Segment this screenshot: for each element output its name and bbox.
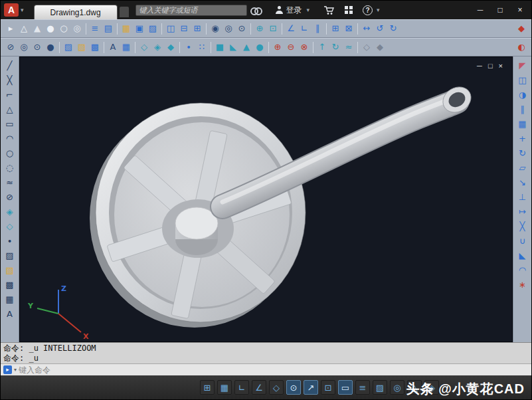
distance-icon[interactable]: ↔: [360, 22, 373, 35]
break-icon[interactable]: ╳: [516, 219, 529, 234]
ellipse-icon[interactable]: ⊘: [4, 41, 17, 54]
grip-empty-icon[interactable]: ◇: [360, 41, 373, 54]
parallel-icon[interactable]: ∥: [311, 22, 324, 35]
dynamic-input-icon[interactable]: ▭: [338, 380, 353, 395]
extend-icon[interactable]: ↦: [516, 205, 529, 219]
viewport-close-button[interactable]: ×: [499, 62, 503, 70]
array-icon[interactable]: ▦: [516, 117, 529, 132]
scale-icon[interactable]: ▱: [516, 161, 529, 175]
select-icon[interactable]: ▸: [4, 22, 17, 35]
search-input[interactable]: [135, 5, 247, 16]
gradient-icon[interactable]: ▧: [3, 263, 17, 278]
angle-icon[interactable]: ∠: [284, 22, 298, 35]
subtract-icon[interactable]: ⊖: [284, 41, 298, 54]
ucs-face-icon[interactable]: ⊡: [266, 22, 280, 35]
isometric-drafting-icon[interactable]: ◇: [269, 380, 284, 395]
construction-line-icon[interactable]: ╳: [3, 73, 17, 88]
object-snap-icon[interactable]: ⊙: [286, 380, 301, 395]
command-input[interactable]: [19, 365, 529, 375]
stretch-icon[interactable]: ↘: [516, 175, 529, 190]
insert-block-icon[interactable]: ◈: [151, 41, 164, 54]
solid-cone-icon[interactable]: ▲: [240, 41, 253, 54]
circle-icon[interactable]: ○: [57, 22, 70, 35]
chevron-down-icon[interactable]: ▾: [14, 367, 17, 373]
view-manager-icon[interactable]: ▤: [102, 22, 115, 35]
minimize-button[interactable]: ─: [470, 2, 490, 18]
snap-mode-icon[interactable]: ⊞: [200, 380, 215, 395]
hatch-icon[interactable]: ▨: [3, 249, 17, 263]
spline-icon[interactable]: ≈: [3, 175, 17, 190]
move-icon[interactable]: +: [516, 132, 529, 146]
layer-properties-icon[interactable]: ▣: [133, 22, 146, 35]
extrude-icon[interactable]: ↑: [315, 41, 329, 54]
join-icon[interactable]: ∪: [516, 234, 529, 249]
circle-2p-icon[interactable]: ◎: [17, 41, 31, 54]
command-history[interactable]: 命令: _u INTELLIZOOM 命令: _u: [1, 342, 531, 363]
zoom-window-icon[interactable]: ⊞: [329, 22, 342, 35]
measure-icon[interactable]: ∷: [195, 41, 209, 54]
selection-cycling-icon[interactable]: ◎: [390, 380, 404, 395]
object-snap-tracking-icon[interactable]: ↗: [304, 380, 318, 395]
named-views-icon[interactable]: ≡: [88, 22, 102, 35]
torus-icon[interactable]: ◎: [70, 22, 84, 35]
circle-icon[interactable]: ○: [3, 146, 17, 161]
region-icon[interactable]: ▩: [3, 278, 17, 292]
close-button[interactable]: ×: [510, 2, 530, 18]
union-icon[interactable]: ⊕: [271, 41, 284, 54]
make-block-icon[interactable]: ◇: [3, 219, 17, 234]
donut-icon[interactable]: ◉: [209, 22, 222, 35]
revision-cloud-icon[interactable]: ◌: [3, 161, 17, 175]
polygon-icon[interactable]: △: [17, 22, 31, 35]
sweep-icon[interactable]: ≈: [342, 41, 355, 54]
donut-solid-icon[interactable]: ●: [44, 41, 57, 54]
pyramid-icon[interactable]: ▲: [31, 22, 44, 35]
fillet-icon[interactable]: ◠: [516, 263, 529, 278]
intersect-icon[interactable]: ⊗: [298, 41, 311, 54]
table-icon[interactable]: ▦: [120, 41, 133, 54]
mirror-icon[interactable]: ◑: [516, 88, 529, 102]
boundary-icon[interactable]: ▩: [88, 41, 102, 54]
center-circle-icon[interactable]: ⊙: [235, 22, 248, 35]
polyline-icon[interactable]: ⌐: [3, 88, 17, 102]
autocad-logo-icon[interactable]: A: [4, 3, 19, 17]
maximize-button[interactable]: □: [490, 2, 510, 18]
explode-icon[interactable]: ∗: [516, 278, 529, 292]
window-tile-icon[interactable]: ⊟: [177, 22, 191, 35]
sphere-icon[interactable]: ●: [44, 22, 57, 35]
text-icon[interactable]: A: [106, 41, 120, 54]
lineweight-icon[interactable]: ≡: [355, 380, 370, 395]
line-icon[interactable]: ╱: [3, 58, 17, 73]
ucs-world-icon[interactable]: ⊕: [253, 22, 266, 35]
visual-styles-icon[interactable]: ◐: [515, 41, 528, 54]
search-icon[interactable]: [250, 5, 262, 15]
apps-icon[interactable]: [344, 5, 353, 15]
sign-in-button[interactable]: 登录 ▾: [276, 5, 312, 16]
solid-box-icon[interactable]: ■: [213, 41, 226, 54]
chevron-down-icon[interactable]: ▾: [21, 7, 24, 13]
circle-ttr-icon[interactable]: ⊙: [31, 41, 44, 54]
viewport-minimize-button[interactable]: ─: [477, 62, 482, 70]
window-new-icon[interactable]: ⊞: [191, 22, 204, 35]
drawing-viewport[interactable]: ─ □ ×: [19, 56, 513, 342]
offset-icon[interactable]: ∥: [516, 102, 529, 117]
point-icon[interactable]: ∙: [3, 234, 17, 249]
revolve-icon[interactable]: ↻: [329, 41, 342, 54]
trim-icon[interactable]: ⊥: [516, 190, 529, 205]
insert-block-icon[interactable]: ◈: [3, 205, 17, 219]
command-input-icon[interactable]: ▸: [3, 365, 12, 374]
ortho-mode-icon[interactable]: ∟: [234, 380, 249, 395]
chamfer-icon[interactable]: ◣: [516, 249, 529, 263]
dynamic-ucs-icon[interactable]: ⊡: [321, 380, 335, 395]
file-tab[interactable]: Drawing1.dwg: [34, 5, 118, 19]
transparency-icon[interactable]: ▨: [373, 380, 387, 395]
polygon-icon[interactable]: △: [3, 102, 17, 117]
grid-display-icon[interactable]: ▦: [217, 380, 232, 395]
concentric-circles-icon[interactable]: ◎: [222, 22, 235, 35]
chevron-down-icon[interactable]: ▾: [307, 7, 310, 13]
multiline-text-icon[interactable]: A: [3, 307, 17, 322]
sheet-set-icon[interactable]: ▦: [120, 22, 133, 35]
ellipse-icon[interactable]: ⊘: [3, 190, 17, 205]
viewport-restore-button[interactable]: □: [488, 62, 493, 70]
write-block-icon[interactable]: ◆: [164, 41, 177, 54]
table-icon[interactable]: ▦: [3, 292, 17, 307]
